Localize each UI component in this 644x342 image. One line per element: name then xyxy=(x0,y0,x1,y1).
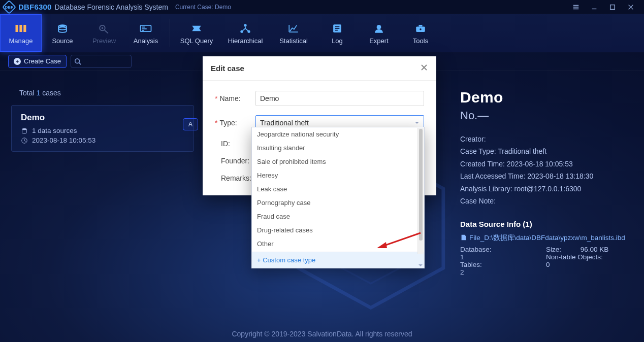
svg-rect-15 xyxy=(419,25,423,27)
dropdown-option[interactable]: Other xyxy=(252,237,424,251)
current-case-label: Current Case: Demo xyxy=(175,4,231,11)
svg-point-17 xyxy=(75,58,80,63)
database-small-icon xyxy=(21,127,28,134)
svg-point-7 xyxy=(102,27,104,29)
toolbar-hierarchical[interactable]: Hierarchical xyxy=(220,14,271,52)
toolbar-label: Statistical xyxy=(279,37,308,45)
detail-case-note: Case Note: xyxy=(460,195,630,207)
expert-icon xyxy=(371,22,387,35)
main-toolbar: Manage Source Preview Analysis SQL Query… xyxy=(0,14,644,52)
app-brand-name: DBF6300 xyxy=(18,3,52,11)
name-input[interactable]: Demo xyxy=(255,91,424,106)
chevron-down-icon xyxy=(414,119,420,127)
title-bar: DBF DBF6300 Database Forensic Analysis S… xyxy=(0,0,644,14)
toolbar-statistical[interactable]: Statistical xyxy=(271,14,316,52)
dropdown-add-custom[interactable]: + Custom case type xyxy=(252,252,424,268)
clock-icon xyxy=(21,137,28,144)
create-case-button[interactable]: + Create Case xyxy=(8,55,67,68)
statistical-icon xyxy=(286,22,301,35)
case-action-button[interactable]: A xyxy=(183,118,198,130)
field-label-name: *Name: xyxy=(215,94,255,102)
plus-icon: + xyxy=(14,58,21,65)
toolbar-source[interactable]: Source xyxy=(42,14,83,52)
dropdown-scrollbar[interactable] xyxy=(417,128,424,254)
toolbar-manage[interactable]: Manage xyxy=(0,14,42,52)
svg-rect-3 xyxy=(23,25,26,32)
detail-created-time: Created Time: 2023-08-18 10:05:53 xyxy=(460,158,630,169)
data-source-path: File_D:\数据库\data\DBFdata\ypzxw\m_banlist… xyxy=(460,233,630,243)
type-dropdown: Jeopardize national security Insulting s… xyxy=(251,127,425,268)
log-icon xyxy=(330,22,345,35)
detail-accessed-time: Last Accessed Time: 2023-08-18 13:18:30 xyxy=(460,170,630,182)
app-brand-desc: Database Forensic Analysis System xyxy=(55,3,168,11)
dropdown-option[interactable]: Jeopardize national security xyxy=(252,127,424,141)
window-close-button[interactable] xyxy=(622,0,640,14)
toolbar-separator xyxy=(170,19,170,47)
dropdown-option[interactable]: Pornography case xyxy=(252,196,424,210)
create-case-label: Create Case xyxy=(24,57,61,65)
detail-analysis-library: Analysis Library: root@127.0.0.1:6300 xyxy=(460,183,630,194)
toolbar-label: SQL Query xyxy=(180,37,213,45)
toolbar-expert[interactable]: Expert xyxy=(358,14,400,52)
toolbar-label: Source xyxy=(52,37,73,45)
svg-point-13 xyxy=(377,25,381,29)
svg-rect-2 xyxy=(19,25,22,32)
toolbar-log[interactable]: Log xyxy=(316,14,358,52)
case-card-timestamp: 2023-08-18 10:05:53 xyxy=(21,136,184,144)
detail-number: No.— xyxy=(460,109,630,122)
analysis-icon xyxy=(138,22,153,35)
data-source-heading: Data Source Info (1) xyxy=(460,220,630,228)
field-label-type: *Type: xyxy=(215,119,255,127)
titlebar-menu-button[interactable] xyxy=(567,0,585,14)
svg-point-9 xyxy=(244,24,246,26)
toolbar-preview[interactable]: Preview xyxy=(83,14,125,52)
dialog-title: Edit case xyxy=(211,64,244,73)
detail-creator: Creator: xyxy=(460,133,630,145)
tools-icon xyxy=(413,22,428,35)
svg-point-5 xyxy=(58,27,67,29)
svg-rect-0 xyxy=(610,5,615,9)
dropdown-option[interactable]: Insulting slander xyxy=(252,141,424,155)
case-card-sources: 1 data sources xyxy=(21,127,184,134)
toolbar-label: Tools xyxy=(413,37,428,45)
dropdown-option[interactable]: Leak case xyxy=(252,182,424,196)
svg-point-16 xyxy=(420,28,422,30)
case-detail-panel: Demo No.— Creator: Case Type: Traditiona… xyxy=(451,71,644,325)
toolbar-label: Log xyxy=(332,37,343,45)
svg-point-20 xyxy=(22,128,27,130)
file-icon xyxy=(460,234,467,243)
toolbar-label: Analysis xyxy=(134,37,158,45)
hierarchical-icon xyxy=(238,22,253,35)
dropdown-option[interactable]: Sale of prohibited items xyxy=(252,155,424,168)
scrollbar-thumb[interactable] xyxy=(419,129,423,241)
field-label-founder: Founder: xyxy=(215,157,255,165)
dropdown-option[interactable]: Drug-related cases xyxy=(252,223,424,237)
dropdown-option[interactable]: Fraud case xyxy=(252,210,424,223)
svg-rect-1 xyxy=(16,25,18,32)
preview-icon xyxy=(96,22,112,35)
case-search-input[interactable] xyxy=(71,55,132,68)
field-label-remarks: Remarks: xyxy=(215,174,255,182)
field-label-id: ID: xyxy=(215,140,255,148)
ds-col-left: Database: 1 Tables: 2 xyxy=(460,246,522,276)
case-card[interactable]: Demo 1 data sources 2023-08-18 10:05:53 xyxy=(11,105,194,152)
toolbar-sql-query[interactable]: SQL Query xyxy=(173,14,220,52)
sql-icon xyxy=(189,22,204,35)
toolbar-label: Preview xyxy=(92,37,116,45)
toolbar-label: Manage xyxy=(9,37,33,45)
manage-icon xyxy=(13,22,28,35)
window-maximize-button[interactable] xyxy=(603,0,622,14)
ds-col-right: Size: 96.00 KB Non-table Objects: 0 xyxy=(546,246,630,276)
dropdown-overflow-caret xyxy=(418,262,423,267)
window-minimize-button[interactable] xyxy=(585,0,603,14)
app-logo-icon: DBF xyxy=(2,0,16,14)
toolbar-label: Expert xyxy=(369,37,389,45)
toolbar-analysis[interactable]: Analysis xyxy=(125,14,167,52)
toolbar-tools[interactable]: Tools xyxy=(400,14,441,52)
detail-title: Demo xyxy=(460,89,630,106)
dropdown-option[interactable]: Heresy xyxy=(252,168,424,182)
search-icon xyxy=(74,58,81,65)
footer-copyright: Copyright © 2019-2023 SalvationData. All… xyxy=(0,330,644,338)
toolbar-label: Hierarchical xyxy=(228,37,263,45)
dialog-close-button[interactable] xyxy=(420,63,428,73)
